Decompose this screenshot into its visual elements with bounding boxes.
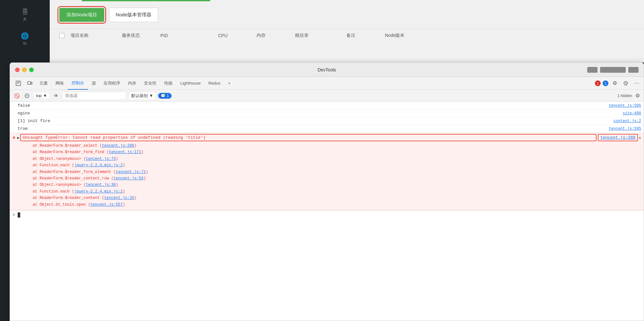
devtools-title-right [587, 67, 639, 73]
devtools-titlebar: DevTools [10, 63, 644, 77]
console-text-nginx: nginx [18, 111, 623, 116]
error-suppress-icon[interactable]: ✕ [639, 135, 641, 140]
tab-add[interactable]: + [224, 77, 234, 90]
error-source-link[interactable]: tencent.js:288 [598, 135, 637, 141]
stack-link-5[interactable]: tencent.js:71 [116, 170, 146, 174]
error-badge[interactable]: 1 [595, 80, 601, 86]
stack-link-10[interactable]: tencent.js:557 [90, 202, 123, 207]
console-link-false[interactable]: tencent.js:595 [609, 103, 641, 108]
title-pill-2 [600, 67, 626, 73]
devtools-tabs: 元素 网络 控制台 源 应用程序 内存 安全性 性能 Lighthouse Re… [10, 77, 644, 90]
stack-link-7[interactable]: tencent.js:36 [86, 183, 116, 187]
devtools-window: DevTools 元素 网络 控制台 源 应用程序 内存 安全性 性能 Ligh… [10, 62, 644, 321]
col-header-name: 项目名称 [71, 33, 122, 38]
error-circle-icon: ⊗ [13, 135, 15, 140]
table-header: 项目名称 服务状态 PID CPU 内存 根目录 备注 Node版本 [50, 29, 644, 42]
tab-inspect-icon[interactable] [13, 77, 24, 90]
console-text-init: [1] init fire [18, 119, 614, 123]
tab-memory[interactable]: 内存 [124, 77, 140, 90]
main-content-area: 添加Node项目 Node版本管理器 项目名称 服务状态 PID CPU 内存 … [50, 0, 644, 62]
console-content: false tencent.js:595 nginx site:490 [1] … [10, 102, 644, 321]
stack-line-8: at Function.each (jquery-2.2.4.min.js:2) [23, 188, 641, 195]
console-row-false: false tencent.js:595 [10, 102, 644, 110]
info-badge[interactable]: 1 [603, 80, 608, 86]
level-selector[interactable]: 默认级别 ▼ [128, 92, 156, 100]
col-header-node-version: Node版本 [385, 33, 634, 38]
add-node-button[interactable]: 添加Node项目 [59, 8, 104, 22]
customize-icon[interactable] [621, 79, 630, 88]
console-link-true[interactable]: tencent.js:595 [609, 127, 641, 131]
minimize-button[interactable] [22, 68, 27, 72]
eye-button[interactable]: 👁 [52, 92, 60, 100]
tab-security[interactable]: 安全性 [140, 77, 160, 90]
info-count: 1 [603, 80, 608, 86]
error-main-row: ⊗ ▶ Uncaught TypeError: Cannot read prop… [10, 133, 644, 142]
sidebar-item-ku[interactable]: 🗄 库 [22, 3, 28, 27]
col-header-pid: PID [160, 33, 218, 38]
console-text-true: true [18, 126, 609, 131]
stack-line-4: at Function.each (jquery-2.2.4.min.js:2) [23, 162, 641, 169]
col-header-root: 根目录 [295, 33, 346, 38]
traffic-lights [15, 68, 34, 72]
col-header-cpu: CPU [218, 33, 257, 38]
svg-rect-2 [31, 82, 32, 84]
filter-button[interactable] [23, 92, 31, 100]
more-options-icon[interactable]: ⋯ [632, 79, 641, 88]
tab-redux[interactable]: Redux [205, 77, 225, 90]
stack-link-1[interactable]: tencent.js:288 [102, 144, 134, 148]
console-cursor[interactable] [18, 212, 20, 218]
stack-line-9: at ReaderForm.$reader_content (tencent.j… [23, 195, 641, 201]
tab-sources[interactable]: 源 [88, 77, 100, 90]
tab-lighthouse[interactable]: Lighthouse [176, 77, 205, 90]
tab-performance[interactable]: 性能 [160, 77, 176, 90]
settings-gear-icon[interactable]: ⚙ [610, 79, 619, 88]
tab-console[interactable]: 控制台 [68, 77, 88, 90]
console-text-false: false [18, 103, 609, 108]
svg-rect-1 [28, 82, 31, 84]
error-message: Uncaught TypeError: Cannot read properti… [21, 135, 596, 141]
console-link-nginx[interactable]: site:490 [623, 111, 641, 116]
stack-line-10: at Object.bt_tools.open (tencent.js:557) [23, 202, 641, 208]
stack-link-6[interactable]: tencent.js:56 [114, 176, 144, 181]
tab-network[interactable]: 网络 [52, 77, 68, 90]
close-button[interactable] [15, 68, 20, 72]
stack-line-6: at ReaderForm.$reader_content_row (tence… [23, 175, 641, 182]
stack-line-5: at ReaderForm.$reader_form_element (tenc… [23, 169, 641, 175]
ku-icon: 🗄 [22, 8, 28, 16]
console-settings-icon[interactable]: ⚙ [634, 92, 641, 99]
maximize-button[interactable] [29, 68, 34, 72]
stack-line-1: at ReaderForm.$reader_select (tencent.js… [23, 143, 641, 149]
sidebar-item-zhan[interactable]: 🌐 站 [21, 27, 29, 51]
col-header-note: 备注 [346, 33, 385, 38]
stack-link-4[interactable]: jquery-2.2.4.min.js:2 [74, 163, 123, 168]
stack-link-8[interactable]: jquery-2.2.4.min.js:2 [74, 189, 123, 194]
tab-elements[interactable]: 元素 [36, 77, 52, 90]
title-pill-3 [628, 67, 639, 73]
filter-input[interactable] [62, 92, 126, 100]
sidebar-item-label: 站 [23, 41, 27, 46]
error-stack-trace: at ReaderForm.$reader_select (tencent.js… [10, 142, 644, 210]
stack-link-3[interactable]: tencent.js:73 [86, 157, 116, 161]
hidden-count-label: 1 hidden [617, 94, 632, 98]
tab-application[interactable]: 应用程序 [100, 77, 124, 90]
console-input-row: > [10, 210, 644, 219]
stack-line-3: at Object.<anonymous> (tencent.js:73) [23, 156, 641, 162]
node-version-manager-button[interactable]: Node版本管理器 [109, 8, 158, 22]
context-selector[interactable]: top ▼ [33, 92, 50, 99]
message-count: 1 [167, 94, 169, 98]
stack-line-2: at ReaderForm.$reader_form_find (tencent… [23, 149, 641, 155]
error-section: ⊗ ▶ Uncaught TypeError: Cannot read prop… [10, 133, 644, 210]
zhan-icon: 🌐 [21, 32, 29, 40]
message-count-badge: 💬 1 [158, 93, 172, 99]
console-link-init[interactable]: content.js:2 [614, 119, 641, 123]
col-header-status: 服务状态 [122, 33, 160, 38]
error-expand-arrow[interactable]: ▶ [17, 135, 20, 140]
select-all-checkbox[interactable] [59, 33, 64, 38]
console-row-nginx: nginx site:490 [10, 110, 644, 117]
clear-console-button[interactable]: 🚫 [13, 92, 21, 100]
stack-link-2[interactable]: tencent.js:171 [109, 150, 141, 154]
sidebar-item-label: 库 [23, 17, 27, 22]
stack-link-9[interactable]: tencent.js:35 [104, 196, 134, 200]
tab-responsive-icon[interactable] [24, 77, 36, 90]
console-row-init: [1] init fire content.js:2 [10, 117, 644, 125]
